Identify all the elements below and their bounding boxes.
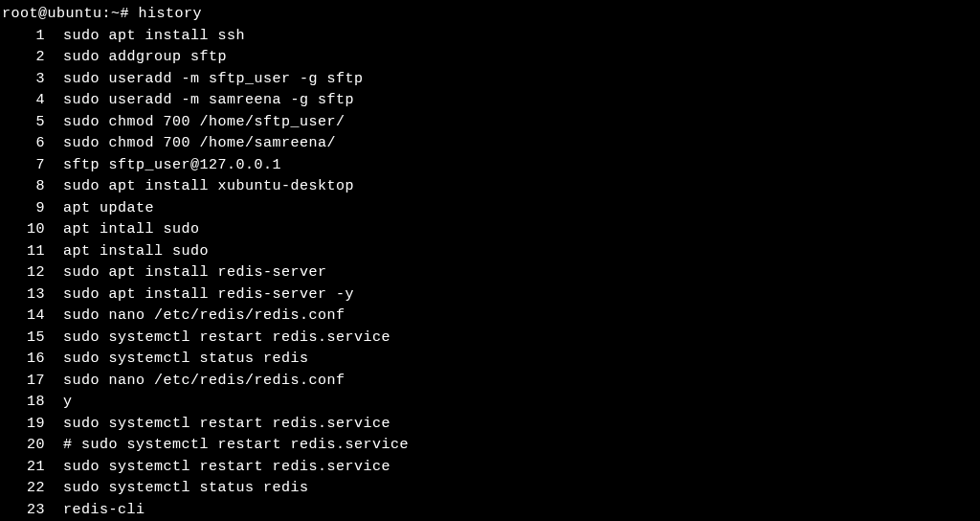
history-entry: 1 sudo apt install ssh xyxy=(2,26,978,48)
history-number: 6 xyxy=(2,133,45,155)
history-entry: 15 sudo systemctl restart redis.service xyxy=(2,328,978,350)
history-command: apt update xyxy=(63,200,154,216)
history-entry: 21 sudo systemctl restart redis.service xyxy=(2,457,978,479)
history-command: # sudo systemctl restart redis.service xyxy=(63,437,409,453)
history-command: sudo nano /etc/redis/redis.conf xyxy=(63,307,345,324)
history-command: sudo systemctl status redis xyxy=(63,351,309,367)
history-number: 2 xyxy=(2,47,45,69)
history-entry: 4 sudo useradd -m samreena -g sftp xyxy=(2,90,978,112)
history-entry: 11 apt install sudo xyxy=(2,241,978,263)
history-number: 10 xyxy=(2,219,45,241)
history-command: sudo addgroup sftp xyxy=(63,49,227,65)
history-command: sudo useradd -m sftp_user -g sftp xyxy=(63,71,364,87)
history-entry: 17 sudo nano /etc/redis/redis.conf xyxy=(2,371,978,393)
history-number: 23 xyxy=(2,500,45,522)
history-number: 1 xyxy=(2,26,45,48)
history-entry: 13 sudo apt install redis-server -y xyxy=(2,284,978,306)
history-number: 14 xyxy=(2,306,45,328)
history-entry: 12 sudo apt install redis-server xyxy=(2,262,978,284)
history-command: sudo apt install xubuntu-desktop xyxy=(63,178,354,194)
history-entry: 9 apt update xyxy=(2,198,978,220)
history-command: sudo nano /etc/redis/redis.conf xyxy=(63,373,345,389)
history-output: 1 sudo apt install ssh2 sudo addgroup sf… xyxy=(2,26,978,522)
history-command: sudo chmod 700 /home/sftp_user/ xyxy=(63,114,345,130)
history-entry: 5 sudo chmod 700 /home/sftp_user/ xyxy=(2,112,978,134)
history-number: 21 xyxy=(2,457,45,479)
history-command: apt intall sudo xyxy=(63,221,200,238)
history-command: apt install sudo xyxy=(63,243,209,260)
history-entry: 10 apt intall sudo xyxy=(2,219,978,241)
history-entry: 16 sudo systemctl status redis xyxy=(2,349,978,371)
history-command: sudo systemctl status redis xyxy=(63,480,309,496)
history-command: sudo apt install redis-server xyxy=(63,264,327,281)
history-number: 8 xyxy=(2,176,45,198)
history-number: 19 xyxy=(2,414,45,436)
history-number: 3 xyxy=(2,69,45,91)
history-number: 16 xyxy=(2,349,45,371)
history-entry: 2 sudo addgroup sftp xyxy=(2,47,978,69)
history-entry: 7 sftp sftp_user@127.0.0.1 xyxy=(2,155,978,177)
history-entry: 22 sudo systemctl status redis xyxy=(2,478,978,500)
history-command: sudo chmod 700 /home/samreena/ xyxy=(63,135,336,151)
history-number: 11 xyxy=(2,241,45,263)
history-entry: 20 # sudo systemctl restart redis.servic… xyxy=(2,435,978,457)
history-command: sudo useradd -m samreena -g sftp xyxy=(63,92,354,108)
terminal-prompt: root@ubuntu:~# history xyxy=(2,4,978,26)
history-entry: 8 sudo apt install xubuntu-desktop xyxy=(2,176,978,198)
history-number: 12 xyxy=(2,262,45,284)
history-entry: 14 sudo nano /etc/redis/redis.conf xyxy=(2,306,978,328)
history-command: y xyxy=(63,394,73,410)
history-number: 15 xyxy=(2,328,45,350)
history-number: 13 xyxy=(2,284,45,306)
history-number: 22 xyxy=(2,478,45,500)
history-command: sftp sftp_user@127.0.0.1 xyxy=(63,157,281,173)
history-number: 5 xyxy=(2,112,45,134)
history-number: 9 xyxy=(2,198,45,220)
history-number: 7 xyxy=(2,155,45,177)
history-command: sudo systemctl restart redis.service xyxy=(63,329,390,346)
history-entry: 23 redis-cli xyxy=(2,500,978,522)
history-command: redis-cli xyxy=(63,502,145,518)
history-command: sudo apt install ssh xyxy=(63,28,245,44)
history-entry: 3 sudo useradd -m sftp_user -g sftp xyxy=(2,69,978,91)
history-entry: 6 sudo chmod 700 /home/samreena/ xyxy=(2,133,978,155)
history-number: 4 xyxy=(2,90,45,112)
history-entry: 18 y xyxy=(2,392,978,414)
history-command: sudo apt install redis-server -y xyxy=(63,286,354,303)
history-command: sudo systemctl restart redis.service xyxy=(63,416,390,432)
history-command: sudo systemctl restart redis.service xyxy=(63,459,390,475)
history-number: 17 xyxy=(2,371,45,393)
history-number: 20 xyxy=(2,435,45,457)
history-entry: 19 sudo systemctl restart redis.service xyxy=(2,414,978,436)
history-number: 18 xyxy=(2,392,45,414)
